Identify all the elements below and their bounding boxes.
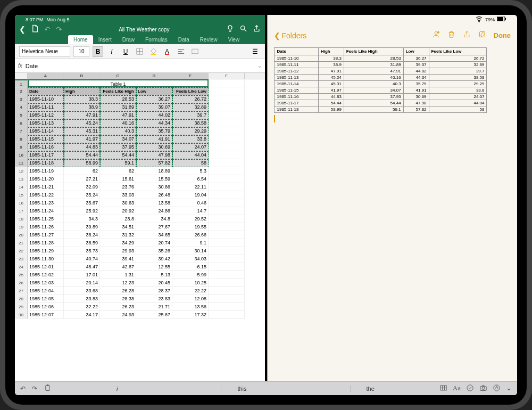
collaborate-icon[interactable] (432, 30, 440, 40)
table-cell[interactable]: 1985-11-13 (28, 119, 64, 127)
table-cell[interactable]: 1985-11-10 (28, 95, 64, 103)
table-cell[interactable]: 10.25 (172, 279, 209, 287)
table-cell[interactable]: 1985-11-24 (28, 207, 64, 215)
table-cell[interactable]: 17.01 (64, 271, 100, 279)
table-cell[interactable]: 33.03 (100, 191, 136, 199)
table-cell[interactable]: 1985-11-15 (28, 135, 64, 143)
share-icon[interactable] (463, 30, 471, 40)
tab-formulas[interactable]: Formulas (140, 35, 173, 44)
underline-button[interactable]: U (120, 46, 131, 57)
table-cell[interactable]: 1985-11-25 (28, 215, 64, 223)
table-cell[interactable]: 35.79 (136, 127, 172, 135)
table-cell[interactable]: 54.44 (64, 151, 100, 159)
kb-paste-icon[interactable] (44, 384, 52, 393)
merge-button[interactable] (189, 46, 200, 57)
table-cell[interactable]: 39.07 (136, 103, 172, 111)
table-cell[interactable]: 44.34 (136, 119, 172, 127)
table-cell[interactable]: 39.41 (100, 255, 136, 263)
suggestion[interactable]: the (350, 386, 390, 392)
table-cell[interactable]: 54.44 (100, 151, 136, 159)
fill-color-button[interactable] (148, 46, 159, 57)
header-cell[interactable]: Feels Like Low (172, 87, 209, 95)
table-cell[interactable]: 15.61 (100, 175, 136, 183)
table-cell[interactable]: 33.8 (172, 135, 209, 143)
table-cell[interactable]: 27.21 (64, 175, 100, 183)
table-cell[interactable]: 38.24 (64, 231, 100, 239)
table-cell[interactable]: 25.67 (136, 311, 172, 319)
table-cell[interactable]: 12.08 (172, 295, 209, 303)
table-cell[interactable]: 20.14 (64, 279, 100, 287)
table-cell[interactable]: 1.31 (100, 271, 136, 279)
camera-icon[interactable] (479, 384, 487, 393)
table-cell[interactable]: 13.58 (136, 199, 172, 207)
table-cell[interactable]: 28.53 (100, 95, 136, 103)
table-cell[interactable]: 1985-11-30 (28, 255, 64, 263)
back-icon[interactable]: ❮ (19, 25, 26, 34)
table-cell[interactable]: 62 (64, 167, 100, 175)
table-cell[interactable]: 30.14 (172, 247, 209, 255)
table-cell[interactable]: 47.91 (100, 111, 136, 119)
table-cell[interactable]: 6.54 (172, 175, 209, 183)
table-cell[interactable]: 1985-12-07 (28, 311, 64, 319)
table-cell[interactable]: 1985-12-01 (28, 263, 64, 271)
table-cell[interactable]: 40.3 (100, 127, 136, 135)
header-cell[interactable]: High (64, 87, 100, 95)
table-cell[interactable]: 12.55 (136, 263, 172, 271)
table-cell[interactable]: 36.27 (136, 95, 172, 103)
table-cell[interactable]: 28.37 (136, 287, 172, 295)
table-cell[interactable]: 31.89 (100, 103, 136, 111)
table-cell[interactable]: 58 (172, 159, 209, 167)
table-cell[interactable]: 35.24 (64, 191, 100, 199)
font-select[interactable] (19, 46, 70, 57)
table-cell[interactable]: 38.9 (64, 103, 100, 111)
table-cell[interactable]: 24.07 (172, 143, 209, 151)
table-cell[interactable]: 47.98 (136, 151, 172, 159)
tab-data[interactable]: Data (173, 35, 195, 44)
header-cell[interactable]: Date (28, 87, 64, 95)
table-cell[interactable]: 1985-11-28 (28, 239, 64, 247)
table-cell[interactable]: 26.72 (172, 95, 209, 103)
table-cell[interactable]: 18.89 (136, 167, 172, 175)
table-cell[interactable]: 26.48 (136, 191, 172, 199)
table-cell[interactable]: 32.09 (64, 183, 100, 191)
table-cell[interactable]: 34.51 (100, 223, 136, 231)
column-header[interactable]: A (28, 73, 64, 79)
trash-icon[interactable] (447, 30, 455, 40)
table-cell[interactable]: 0.46 (172, 199, 209, 207)
table-cell[interactable]: 1985-11-18 (28, 159, 64, 167)
new-file-icon[interactable] (31, 24, 39, 34)
table-cell[interactable]: 1985-11-16 (28, 143, 64, 151)
done-button[interactable]: Done (494, 31, 511, 39)
table-cell[interactable]: 1985-12-03 (28, 279, 64, 287)
format-icon[interactable]: Aa (453, 384, 461, 393)
suggestion[interactable]: i (101, 386, 134, 392)
table-cell[interactable]: 24.93 (100, 311, 136, 319)
table-cell[interactable]: 25.92 (64, 207, 100, 215)
bold-button[interactable]: B (93, 46, 103, 57)
table-cell[interactable]: 58.99 (64, 159, 100, 167)
column-header[interactable]: E (172, 73, 209, 79)
table-cell[interactable]: -6.15 (172, 263, 209, 271)
tab-draw[interactable]: Draw (117, 35, 140, 44)
table-cell[interactable]: 45.31 (64, 127, 100, 135)
table-cell[interactable]: 20.74 (136, 239, 172, 247)
column-header[interactable]: B (64, 73, 100, 79)
table-cell[interactable]: 35.73 (64, 247, 100, 255)
header-cell[interactable]: Low (136, 87, 172, 95)
table-cell[interactable]: 35.67 (64, 199, 100, 207)
table-cell[interactable]: 22.22 (172, 287, 209, 295)
table-cell[interactable]: 48.47 (64, 263, 100, 271)
table-cell[interactable]: 40.74 (64, 255, 100, 263)
tab-home[interactable]: Home (68, 35, 93, 44)
table-cell[interactable]: 1985-12-06 (28, 303, 64, 311)
table-cell[interactable]: 39.89 (64, 223, 100, 231)
table-cell[interactable]: 38.59 (64, 239, 100, 247)
table-cell[interactable]: 29.52 (172, 215, 209, 223)
kb-undo-icon[interactable]: ↶ (20, 385, 26, 392)
table-cell[interactable]: 42.67 (100, 263, 136, 271)
undo-icon[interactable]: ↶ (44, 25, 51, 34)
table-cell[interactable]: 13.56 (172, 303, 209, 311)
table-cell[interactable]: 15.59 (136, 175, 172, 183)
table-cell[interactable]: 38.3 (64, 95, 100, 103)
checklist-icon[interactable] (466, 384, 474, 393)
